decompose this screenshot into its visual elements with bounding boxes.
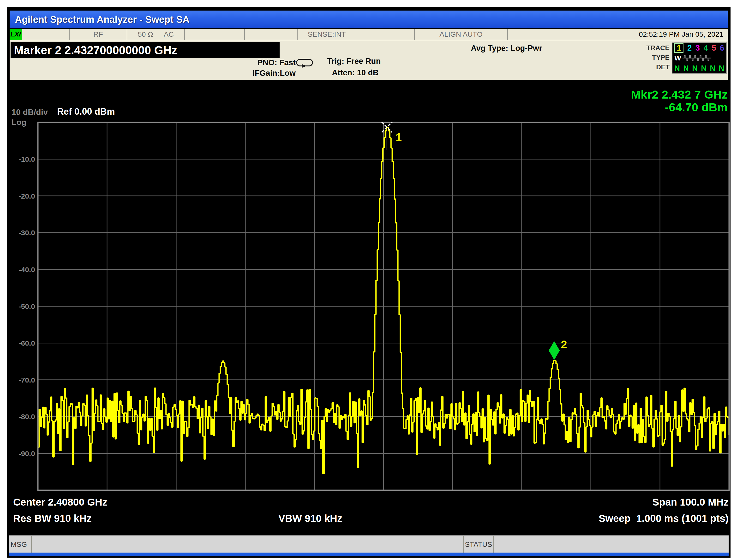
instrument-frame: Agilent Spectrum Analyzer - Swept SA LXI…: [7, 7, 731, 558]
detector-2-indicator: N: [683, 64, 689, 73]
y-tick-label: -90.0: [19, 450, 35, 458]
ref-level-label[interactable]: Ref 0.00 dBm: [57, 106, 115, 117]
input-coupling-cell: 50 Ω AC: [127, 29, 185, 40]
trace-1-indicator[interactable]: 1: [674, 43, 684, 53]
rbw-annotation[interactable]: Res BW 910 kHz: [13, 513, 92, 524]
ifgain-annotation[interactable]: IFGain:Low: [216, 69, 296, 78]
sense-indicator: SENSE:INT: [297, 29, 356, 40]
marker-entry-text: Marker 2 2.432700000000 GHz: [14, 44, 177, 57]
msg-cell[interactable]: MSG: [9, 536, 32, 553]
y-tick-label: -40.0: [19, 266, 35, 274]
trace-type-waveform-icon: [682, 54, 718, 62]
vbw-annotation[interactable]: VBW 910 kHz: [278, 513, 342, 524]
trace-2-indicator[interactable]: 2: [687, 44, 692, 52]
coupling-indicator: AC: [164, 30, 174, 38]
trace-4-indicator[interactable]: 4: [704, 44, 708, 52]
detector-3-indicator: N: [692, 64, 698, 73]
trigger-annotation[interactable]: Trig: Free Run: [327, 57, 381, 66]
pno-annotation[interactable]: PNO: Fast: [225, 58, 296, 67]
span-annotation[interactable]: Span 100.0 MHz: [653, 496, 729, 508]
trace-5-indicator[interactable]: 5: [712, 44, 716, 52]
status-blank-3: [245, 29, 297, 40]
sweep-annotation[interactable]: Sweep 1.000 ms (1001 pts): [599, 513, 729, 524]
window-title: Agilent Spectrum Analyzer - Swept SA: [15, 14, 190, 25]
status-bar: LXI RF 50 Ω AC SENSE:INT ALIGN AUTO 02:5…: [10, 29, 728, 40]
trace-status-panel[interactable]: 123456 W NNNNNN: [672, 42, 727, 74]
impedance-indicator: 50 Ω: [138, 30, 153, 38]
detector-1-indicator: N: [674, 64, 680, 73]
footer-accent-stripe: [9, 553, 729, 556]
spectrum-plot: -10.0-20.0-30.0-40.0-50.0-60.0-70.0-80.0…: [7, 80, 731, 535]
trace-row-label: TRACE: [624, 44, 670, 52]
marker-readout-freq: Mkr2 2.432 7 GHz: [631, 88, 728, 101]
detector-6-indicator: N: [719, 64, 724, 73]
status-blank-1: [22, 29, 70, 40]
status-blank-2: [185, 29, 245, 40]
det-row-label: DET: [624, 63, 670, 71]
y-tick-label: -70.0: [19, 376, 35, 384]
marker-readout-ampl: -64.70 dBm: [631, 101, 728, 114]
log-scale-label[interactable]: Log: [12, 118, 26, 127]
continuous-sweep-icon[interactable]: [296, 58, 314, 69]
y-tick-label: -20.0: [19, 192, 35, 200]
detector-5-indicator: N: [710, 64, 715, 73]
trace-type-row: W: [672, 53, 726, 63]
active-function-marker-entry[interactable]: Marker 2 2.432700000000 GHz: [11, 42, 279, 58]
status-cell[interactable]: STATUS: [463, 536, 494, 553]
detector-4-indicator: N: [701, 64, 707, 73]
marker-2-label: 2: [561, 338, 567, 351]
marker-1-label: 1: [396, 131, 402, 143]
trace-detector-row: NNNNNN: [672, 63, 726, 73]
datetime-display: 02:52:19 PM Jan 05, 2021: [508, 29, 728, 40]
message-bar: MSG STATUS: [9, 535, 729, 553]
lxi-indicator: LXI: [10, 29, 22, 40]
spectrum-display: Mkr2 2.432 7 GHz -64.70 dBm 10 dB/div Lo…: [7, 80, 731, 535]
title-bar: Agilent Spectrum Analyzer - Swept SA: [10, 11, 728, 28]
trace-6-indicator[interactable]: 6: [720, 44, 724, 52]
avg-type-annotation[interactable]: Avg Type: Log-Pwr: [471, 44, 542, 53]
y-tick-label: -30.0: [19, 229, 35, 237]
align-indicator: ALIGN AUTO: [415, 29, 508, 40]
rf-input-indicator: RF: [70, 29, 127, 40]
trace-numbers-row: 123456: [672, 43, 726, 53]
y-tick-label: -80.0: [19, 413, 35, 421]
y-tick-label: -60.0: [19, 339, 35, 347]
scale-per-div-label[interactable]: 10 dB/div: [12, 107, 48, 117]
status-blank-4: [356, 29, 415, 40]
settings-band: Marker 2 2.432700000000 GHz PNO: Fast IF…: [10, 40, 728, 80]
y-tick-label: -50.0: [19, 302, 35, 310]
trace-type-active: W: [674, 54, 681, 62]
type-row-label: TYPE: [624, 54, 670, 61]
y-tick-label: -10.0: [19, 155, 35, 163]
marker-2-diamond[interactable]: [549, 341, 560, 360]
marker-readout: Mkr2 2.432 7 GHz -64.70 dBm: [631, 88, 728, 114]
trace-3-indicator[interactable]: 3: [696, 44, 700, 52]
attenuation-annotation[interactable]: Atten: 10 dB: [332, 68, 379, 77]
center-freq-annotation[interactable]: Center 2.40800 GHz: [13, 496, 107, 508]
